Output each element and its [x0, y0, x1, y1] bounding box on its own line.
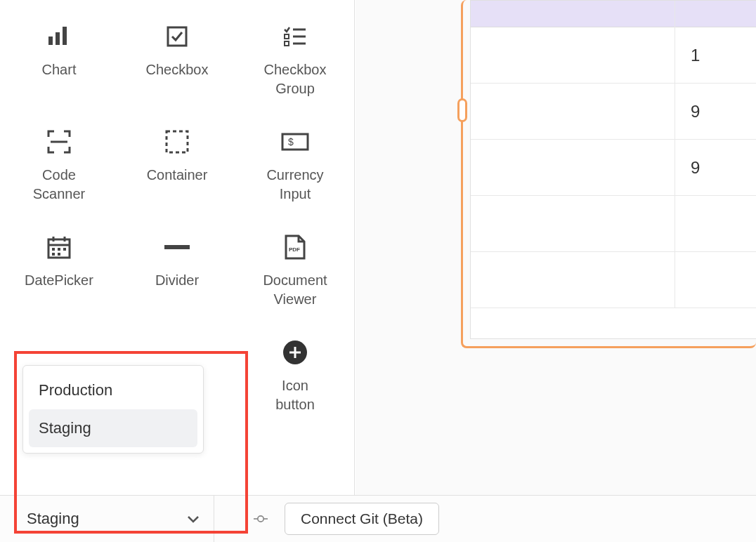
- chevron-down-icon: [187, 510, 200, 528]
- component-label: Currency Input: [266, 166, 323, 204]
- svg-text:$: $: [288, 136, 294, 147]
- component-label: Checkbox Group: [264, 60, 327, 98]
- svg-rect-0: [48, 37, 53, 45]
- bottom-bar: Staging Connect Git (Beta): [0, 495, 756, 542]
- component-label: Container: [147, 166, 208, 185]
- resize-handle-left[interactable]: [457, 98, 467, 122]
- component-code-scanner[interactable]: Code Scanner: [0, 112, 118, 218]
- calendar-icon: [44, 232, 74, 263]
- component-currency-input[interactable]: $ Currency Input: [236, 112, 354, 218]
- table-cell[interactable]: 9: [674, 140, 756, 196]
- svg-rect-21: [58, 253, 60, 256]
- connect-git-button[interactable]: Connect Git (Beta): [285, 503, 439, 535]
- component-label: Code Scanner: [33, 166, 86, 204]
- svg-rect-8: [285, 41, 289, 46]
- component-label: DatePicker: [25, 271, 93, 290]
- table-cell[interactable]: [674, 252, 756, 308]
- component-label: Icon button: [275, 376, 315, 414]
- table-row[interactable]: 9: [471, 84, 756, 140]
- document-icon: PDF: [280, 232, 311, 263]
- currency-input-icon: $: [280, 126, 311, 157]
- canvas-area[interactable]: 1 9 9: [356, 0, 756, 495]
- table-header-row: [471, 1, 756, 27]
- component-label: Checkbox: [146, 60, 209, 79]
- component-chart[interactable]: Chart: [0, 7, 118, 112]
- svg-text:PDF: PDF: [289, 246, 300, 253]
- divider-icon: [162, 232, 193, 263]
- svg-rect-11: [282, 134, 308, 150]
- component-datepicker[interactable]: DatePicker: [0, 218, 118, 323]
- svg-rect-18: [58, 248, 60, 251]
- svg-rect-7: [285, 34, 289, 39]
- checkbox-group-icon: [280, 21, 311, 52]
- svg-rect-1: [56, 32, 60, 45]
- dropdown-option-production[interactable]: Production: [29, 371, 197, 409]
- svg-rect-2: [63, 27, 67, 45]
- table-row[interactable]: 1: [471, 27, 756, 84]
- environment-selector-label: Staging: [27, 510, 79, 528]
- svg-rect-20: [52, 253, 55, 256]
- plus-circle-icon: [280, 337, 311, 368]
- component-label: Divider: [155, 271, 199, 290]
- table-row[interactable]: 9: [471, 140, 756, 196]
- component-document-viewer[interactable]: PDF Document Viewer: [236, 218, 354, 323]
- table-row[interactable]: [471, 252, 756, 308]
- svg-rect-22: [164, 245, 190, 249]
- svg-rect-19: [63, 248, 66, 251]
- selected-table-widget[interactable]: 1 9 9: [461, 0, 756, 348]
- component-label: Chart: [42, 60, 77, 79]
- checkbox-icon: [162, 21, 193, 52]
- table-row[interactable]: [471, 196, 756, 252]
- component-checkbox[interactable]: Checkbox: [118, 7, 236, 112]
- code-scanner-icon: [44, 126, 74, 157]
- dropdown-option-staging[interactable]: Staging: [29, 409, 197, 447]
- svg-rect-3: [168, 27, 186, 46]
- table-cell[interactable]: 9: [674, 84, 756, 140]
- svg-rect-17: [52, 248, 55, 251]
- table-cell[interactable]: [674, 196, 756, 252]
- svg-point-28: [258, 516, 263, 522]
- table-inner: 1 9 9: [470, 0, 756, 339]
- environment-dropdown-menu: Production Staging: [22, 365, 204, 454]
- component-divider[interactable]: Divider: [118, 218, 236, 323]
- component-checkbox-group[interactable]: Checkbox Group: [236, 7, 354, 112]
- container-icon: [162, 126, 193, 157]
- environment-selector[interactable]: Staging: [0, 496, 214, 542]
- component-label: Document Viewer: [263, 271, 327, 309]
- chart-icon: [44, 21, 74, 52]
- component-container[interactable]: Container: [118, 112, 236, 218]
- git-commit-icon: [254, 512, 268, 526]
- svg-rect-10: [167, 131, 188, 152]
- table-header-cell[interactable]: [674, 1, 756, 27]
- component-icon-button[interactable]: Icon button: [236, 323, 354, 428]
- table-cell[interactable]: 1: [674, 27, 756, 84]
